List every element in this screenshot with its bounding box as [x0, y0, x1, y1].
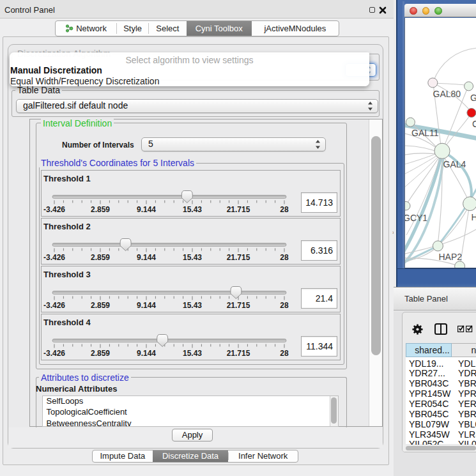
svg-text:GA: GA	[470, 93, 476, 103]
svg-text:GAL4: GAL4	[443, 159, 466, 169]
svg-text:H: H	[471, 212, 476, 222]
svg-text:C: C	[472, 119, 476, 129]
svg-text:GCY1: GCY1	[405, 213, 427, 223]
svg-text:GAL11: GAL11	[411, 128, 439, 138]
svg-text:GAL80: GAL80	[433, 89, 461, 99]
svg-text:HAP2: HAP2	[438, 252, 462, 262]
